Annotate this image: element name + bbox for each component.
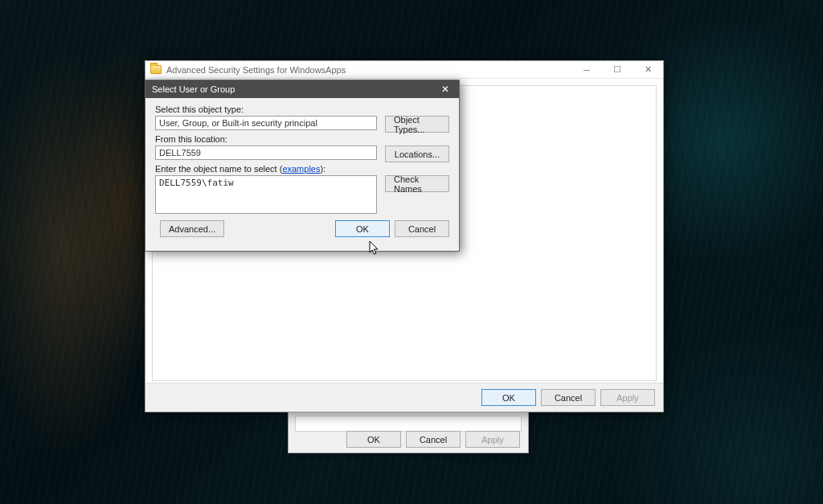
select-user-or-group-dialog: Select User or Group ✕ Select this objec…: [145, 80, 460, 252]
dialog-titlebar[interactable]: Select User or Group ✕: [145, 80, 459, 98]
object-name-label-suffix: ):: [320, 164, 326, 174]
cancel-button[interactable]: Cancel: [406, 431, 461, 448]
ok-button[interactable]: OK: [346, 431, 401, 448]
underlying-dialog-content: [295, 416, 522, 432]
cancel-button[interactable]: Cancel: [541, 389, 596, 406]
maximize-button[interactable]: ☐: [602, 62, 633, 78]
object-name-label: Enter the object name to select (example…: [155, 164, 377, 174]
apply-button[interactable]: Apply: [465, 431, 520, 448]
location-label: From this location:: [155, 134, 377, 144]
object-name-label-prefix: Enter the object name to select (: [155, 164, 282, 174]
ok-button[interactable]: OK: [481, 389, 536, 406]
locations-button[interactable]: Locations...: [385, 145, 449, 162]
close-icon: ✕: [441, 84, 449, 95]
advanced-button[interactable]: Advanced...: [160, 220, 224, 237]
ok-button[interactable]: OK: [335, 220, 390, 237]
object-type-label: Select this object type:: [155, 104, 377, 114]
close-button[interactable]: ✕: [435, 82, 456, 96]
window-footer: OK Cancel Apply: [145, 383, 663, 412]
examples-link[interactable]: examples: [282, 164, 320, 174]
cancel-button[interactable]: Cancel: [395, 220, 449, 237]
object-type-field[interactable]: [155, 116, 377, 130]
location-field[interactable]: [155, 145, 377, 160]
object-name-input[interactable]: [155, 175, 377, 214]
apply-button[interactable]: Apply: [600, 389, 655, 406]
check-names-button[interactable]: Check Names: [385, 175, 449, 192]
folder-icon: [150, 65, 162, 74]
window-title: Advanced Security Settings for WindowsAp…: [166, 65, 346, 75]
close-button[interactable]: ✕: [633, 62, 663, 78]
window-titlebar[interactable]: Advanced Security Settings for WindowsAp…: [145, 61, 663, 79]
object-types-button[interactable]: Object Types...: [385, 116, 449, 133]
dialog-title: Select User or Group: [152, 84, 235, 94]
minimize-button[interactable]: ─: [571, 62, 602, 78]
underlying-dialog: OK Cancel Apply: [288, 408, 529, 453]
